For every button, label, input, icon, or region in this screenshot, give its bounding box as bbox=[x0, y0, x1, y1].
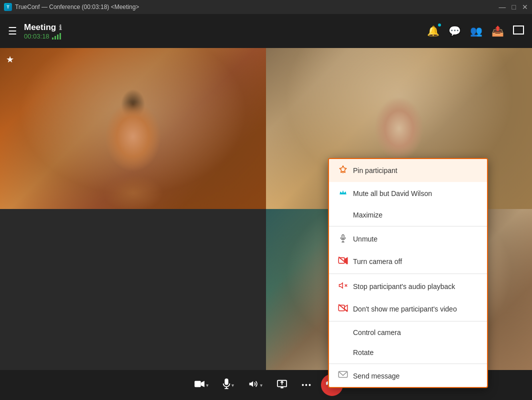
divider-1 bbox=[329, 226, 487, 226]
notification-icon: 🔔 bbox=[427, 26, 440, 36]
title-bar: T TrueConf — Conference (00:03:18) <Meet… bbox=[0, 0, 532, 14]
menu-item-unmute[interactable]: Unmute bbox=[329, 228, 487, 250]
menu-stop-audio-label: Stop participant's audio playback bbox=[353, 282, 455, 290]
context-menu: Pin participant Mute all but David Wilso… bbox=[328, 158, 488, 388]
volume-button[interactable]: ▾ bbox=[243, 375, 268, 396]
more-icon: ••• bbox=[302, 381, 312, 389]
divider-2 bbox=[329, 274, 487, 274]
menu-item-send-message[interactable]: Send message bbox=[329, 365, 487, 387]
menu-item-mute-all[interactable]: Mute all but David Wilson bbox=[329, 182, 487, 205]
video-chevron-icon: ▾ bbox=[206, 382, 208, 388]
volume-icon bbox=[248, 379, 259, 392]
menu-item-camera-off[interactable]: Turn camera off bbox=[329, 250, 487, 272]
header-left: ☰ Meeting ℹ 00:03:18 bbox=[8, 22, 62, 40]
menu-unmute-label: Unmute bbox=[353, 235, 378, 243]
minimize-button[interactable]: — bbox=[499, 3, 506, 11]
signal-bar-4 bbox=[60, 33, 61, 40]
star-icon: ★ bbox=[6, 54, 14, 65]
share-button[interactable]: 📤 bbox=[492, 25, 504, 37]
svg-rect-16 bbox=[224, 378, 228, 385]
meeting-title: Meeting ℹ bbox=[24, 22, 62, 32]
participants-button[interactable]: 👥 bbox=[470, 25, 482, 37]
notification-button[interactable]: 🔔 bbox=[427, 25, 440, 37]
divider-3 bbox=[329, 321, 487, 322]
mic-button[interactable]: ▾ bbox=[218, 374, 239, 396]
menu-maximize-label: Maximize bbox=[353, 211, 382, 219]
fullscreen-button[interactable] bbox=[513, 26, 524, 37]
video-button[interactable]: ▾ bbox=[189, 376, 214, 395]
share-screen-button[interactable] bbox=[272, 375, 292, 396]
signal-bars bbox=[52, 32, 61, 40]
chat-icon: 💬 bbox=[448, 26, 461, 36]
mic-chevron-icon: ▾ bbox=[232, 382, 234, 388]
menu-rotate-label: Rotate bbox=[353, 348, 374, 356]
share-icon: 📤 bbox=[492, 26, 504, 36]
svg-marker-15 bbox=[201, 380, 204, 387]
menu-mute-all-label: Mute all but David Wilson bbox=[353, 190, 432, 198]
menu-control-camera-label: Control camera bbox=[353, 328, 401, 336]
participant-1-video bbox=[0, 48, 266, 209]
app-header: ☰ Meeting ℹ 00:03:18 🔔 💬 bbox=[0, 14, 532, 48]
meeting-timer: 00:03:18 bbox=[24, 32, 62, 40]
signal-bar-1 bbox=[52, 38, 54, 40]
menu-item-control-camera[interactable]: Control camera bbox=[329, 322, 487, 342]
participants-icon: 👥 bbox=[470, 26, 482, 36]
meeting-title-text: Meeting bbox=[24, 22, 56, 32]
app-icon: T bbox=[4, 3, 12, 11]
more-button[interactable]: ••• bbox=[296, 377, 317, 393]
title-bar-left: T TrueConf — Conference (00:03:18) <Meet… bbox=[4, 3, 139, 11]
menu-pin-label: Pin participant bbox=[353, 166, 398, 174]
close-button[interactable]: ✕ bbox=[522, 3, 528, 11]
volume-chevron-icon: ▾ bbox=[260, 382, 262, 388]
mic-icon bbox=[222, 378, 230, 392]
audio-off-icon bbox=[338, 281, 348, 292]
timer-text: 00:03:18 bbox=[24, 32, 50, 40]
video-cell-3[interactable] bbox=[0, 209, 266, 370]
signal-bar-2 bbox=[54, 36, 56, 40]
video-off-icon bbox=[338, 304, 348, 314]
pin-icon bbox=[338, 165, 348, 176]
title-bar-text: TrueConf — Conference (00:03:18) <Meetin… bbox=[15, 4, 139, 10]
svg-marker-19 bbox=[250, 381, 254, 387]
share-screen-icon bbox=[276, 379, 288, 392]
camera-off-icon bbox=[338, 256, 348, 266]
crown-icon bbox=[338, 188, 348, 199]
info-icon[interactable]: ℹ bbox=[59, 24, 62, 32]
menu-no-video-label: Don't show me participant's video bbox=[353, 305, 457, 313]
svg-marker-7 bbox=[340, 283, 343, 288]
mic-icon bbox=[338, 234, 348, 244]
menu-camera-off-label: Turn camera off bbox=[353, 258, 402, 266]
video-cell-1[interactable]: ★ bbox=[0, 48, 266, 209]
window-controls[interactable]: — □ ✕ bbox=[499, 3, 528, 11]
video-grid: ★ Pin participant bbox=[0, 48, 532, 370]
video-icon bbox=[194, 380, 205, 391]
send-message-icon bbox=[338, 371, 348, 381]
fullscreen-icon bbox=[513, 26, 524, 34]
menu-item-maximize[interactable]: Maximize bbox=[329, 205, 487, 225]
divider-4 bbox=[329, 364, 487, 364]
svg-rect-14 bbox=[194, 380, 201, 387]
menu-item-stop-audio[interactable]: Stop participant's audio playback bbox=[329, 275, 487, 298]
svg-rect-1 bbox=[342, 234, 344, 238]
chat-button[interactable]: 💬 bbox=[448, 25, 461, 37]
maximize-button[interactable]: □ bbox=[512, 3, 516, 11]
menu-item-pin[interactable]: Pin participant bbox=[329, 159, 487, 182]
notification-badge bbox=[437, 22, 442, 28]
meeting-info: Meeting ℹ 00:03:18 bbox=[24, 22, 62, 40]
menu-item-no-video[interactable]: Don't show me participant's video bbox=[329, 298, 487, 320]
menu-item-rotate[interactable]: Rotate bbox=[329, 342, 487, 362]
menu-send-message-label: Send message bbox=[353, 372, 400, 380]
signal-bar-3 bbox=[57, 34, 58, 40]
hamburger-menu-button[interactable]: ☰ bbox=[8, 25, 17, 37]
header-right: 🔔 💬 👥 📤 bbox=[427, 25, 524, 37]
